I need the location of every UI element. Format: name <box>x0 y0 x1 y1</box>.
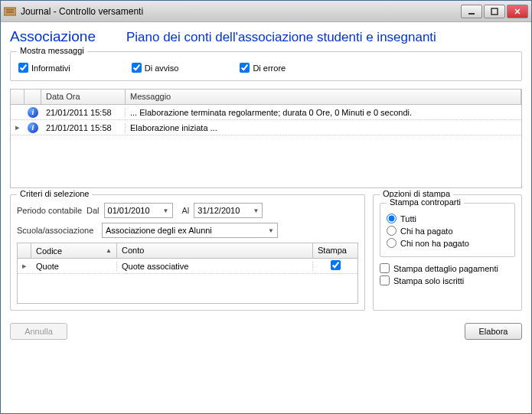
from-label: Dal <box>86 206 100 215</box>
svg-rect-4 <box>468 13 475 15</box>
account-row[interactable]: ▸ Quote Quote associative <box>18 259 357 274</box>
chk-informativi[interactable]: Informativi <box>18 63 70 73</box>
chk-informativi-input[interactable] <box>18 63 28 73</box>
message-row[interactable]: i 21/01/2011 15:58 ... Elaborazione term… <box>11 105 521 120</box>
print-options-groupbox: Opzioni di stampa Stampa controparti Tut… <box>373 194 522 311</box>
criteria-groupbox: Criteri di selezione Periodo contabile D… <box>10 194 365 311</box>
school-combo[interactable]: Associazione degli ex Alunni▼ <box>102 223 278 238</box>
sort-asc-icon: ▲ <box>106 247 112 254</box>
chevron-down-icon[interactable]: ▼ <box>268 227 274 234</box>
row-indicator-icon: ▸ <box>11 122 24 132</box>
chart-plan-label: Piano dei conti dell'associazione studen… <box>126 30 436 45</box>
col-code[interactable]: Codice▲ <box>31 243 117 258</box>
messages-header-row: Data Ora Messaggio <box>11 90 521 105</box>
msg-text: Elaborazione iniziata ... <box>126 123 521 132</box>
radio-non-pagato[interactable]: Chi non ha pagato <box>387 238 508 248</box>
chk-dettaglio[interactable]: Stampa dettaglio pagamenti <box>380 263 515 273</box>
titlebar[interactable]: Journal - Controllo versamenti <box>1 1 531 22</box>
messages-table[interactable]: Data Ora Messaggio i 21/01/2011 15:58 ..… <box>10 89 522 188</box>
svg-rect-1 <box>6 9 14 10</box>
association-label: Associazione <box>10 28 96 45</box>
svg-rect-3 <box>6 12 14 13</box>
svg-rect-5 <box>491 8 498 15</box>
chk-avviso-input[interactable] <box>132 63 142 73</box>
process-button[interactable]: Elabora <box>465 323 522 340</box>
col-print[interactable]: Stampa <box>313 243 357 258</box>
info-icon: i <box>24 122 41 133</box>
col-datetime[interactable]: Data Ora <box>41 90 126 104</box>
chk-avviso[interactable]: Di avviso <box>132 63 179 73</box>
window-title: Journal - Controllo versamenti <box>21 6 461 17</box>
col-account[interactable]: Conto <box>117 243 313 258</box>
maximize-button[interactable] <box>484 5 505 18</box>
window-frame: Journal - Controllo versamenti Associazi… <box>0 0 532 414</box>
minimize-button[interactable] <box>461 5 482 18</box>
msg-datetime: 21/01/2011 15:58 <box>41 108 126 117</box>
col-icon <box>24 90 41 104</box>
svg-rect-2 <box>6 11 14 11</box>
radio-pagato[interactable]: Chi ha pagato <box>387 226 508 236</box>
chk-errore-input[interactable] <box>240 63 250 73</box>
messages-group-title: Mostra messaggi <box>17 46 87 55</box>
acct-code: Quote <box>31 262 117 271</box>
chk-errore[interactable]: Di errore <box>240 63 286 73</box>
msg-text: ... Elaborazione terminata regolarmente;… <box>126 108 521 117</box>
app-icon <box>4 6 16 17</box>
acct-name: Quote associative <box>117 262 313 271</box>
col-message[interactable]: Messaggio <box>126 90 521 104</box>
acct-print-check[interactable] <box>313 260 357 272</box>
footer-bar: Annulla Elabora <box>10 315 522 340</box>
close-button[interactable] <box>507 5 528 18</box>
messages-groupbox: Mostra messaggi Informativi Di avviso Di… <box>10 51 522 81</box>
school-label: Scuola/associazione <box>17 226 97 235</box>
col-gutter <box>11 90 24 104</box>
chevron-down-icon[interactable]: ▼ <box>253 207 259 214</box>
chevron-down-icon[interactable]: ▼ <box>163 207 169 214</box>
col-gutter <box>18 243 31 258</box>
accounts-header-row: Codice▲ Conto Stampa <box>18 243 357 259</box>
chk-iscritti[interactable]: Stampa solo iscritti <box>380 275 515 285</box>
row-indicator-icon: ▸ <box>18 261 31 271</box>
to-label: Al <box>182 206 190 215</box>
radio-tutti[interactable]: Tutti <box>387 214 508 223</box>
counterparts-title: Stampa controparti <box>387 197 464 207</box>
criteria-group-title: Criteri di selezione <box>17 189 92 198</box>
cancel-button[interactable]: Annulla <box>10 323 67 340</box>
message-row[interactable]: ▸ i 21/01/2011 15:58 Elaborazione inizia… <box>11 120 521 135</box>
period-label: Periodo contabile <box>17 206 82 215</box>
info-icon: i <box>24 107 41 118</box>
date-from-input[interactable]: 01/01/2010▼ <box>104 203 173 218</box>
msg-datetime: 21/01/2011 15:58 <box>41 123 126 132</box>
accounts-table[interactable]: Codice▲ Conto Stampa ▸ Quote Quote assoc… <box>17 243 358 304</box>
date-to-input[interactable]: 31/12/2010▼ <box>194 203 263 218</box>
counterparts-group: Stampa controparti Tutti Chi ha pagato C… <box>380 203 515 257</box>
